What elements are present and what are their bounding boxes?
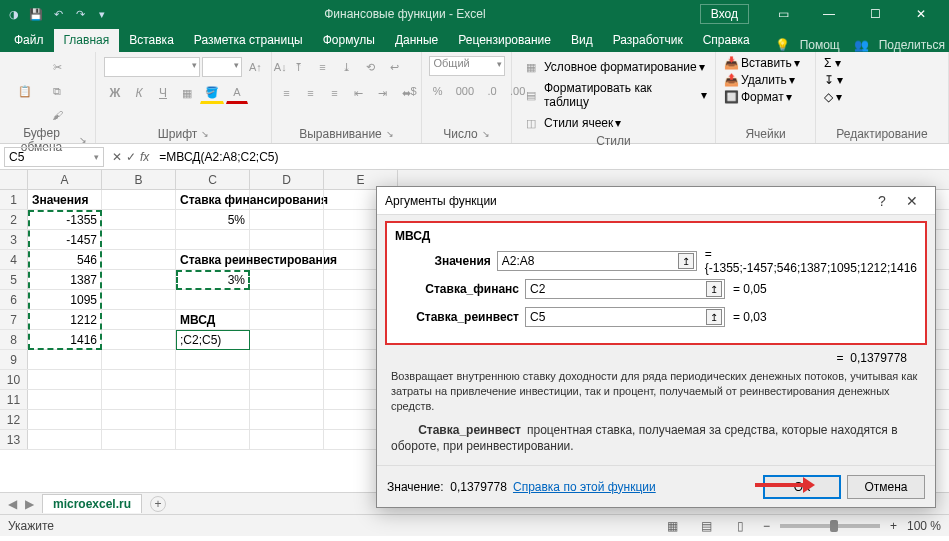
cell[interactable] — [102, 330, 176, 349]
align-middle-button[interactable]: ≡ — [312, 56, 334, 78]
login-button[interactable]: Вход — [700, 4, 749, 24]
cell[interactable] — [102, 210, 176, 229]
grow-font-button[interactable]: A↑ — [244, 56, 267, 78]
autosave-toggle[interactable]: ◑ — [6, 6, 22, 22]
zoom-slider[interactable] — [780, 524, 880, 528]
tab-layout[interactable]: Разметка страницы — [184, 29, 313, 52]
cell[interactable]: 1416 — [28, 330, 102, 349]
align-right-button[interactable]: ≡ — [324, 82, 346, 104]
tab-insert[interactable]: Вставка — [119, 29, 184, 52]
clear-button[interactable]: ◇ ▾ — [824, 90, 842, 104]
font-color-button[interactable]: A — [226, 82, 248, 104]
align-launcher-icon[interactable]: ↘ — [386, 129, 394, 139]
cond-format-button[interactable]: ▦Условное форматирование ▾ — [520, 56, 705, 78]
page-layout-view-button[interactable]: ▤ — [695, 517, 719, 535]
save-icon[interactable]: 💾 — [28, 6, 44, 22]
number-format-combo[interactable]: Общий — [429, 56, 505, 76]
function-help-link[interactable]: Справка по этой функции — [513, 480, 656, 494]
row-header[interactable]: 2 — [0, 210, 28, 229]
cancel-formula-button[interactable]: ✕ — [112, 150, 122, 164]
share-button[interactable]: 👥 Поделиться — [854, 38, 945, 52]
row-header[interactable]: 10 — [0, 370, 28, 389]
range-picker-icon[interactable]: ↥ — [706, 281, 722, 297]
font-launcher-icon[interactable]: ↘ — [201, 129, 209, 139]
close-button[interactable]: ✕ — [899, 0, 943, 28]
fill-color-button[interactable]: 🪣 — [200, 82, 224, 104]
indent-inc-button[interactable]: ⇥ — [372, 82, 394, 104]
indent-dec-button[interactable]: ⇤ — [348, 82, 370, 104]
row-header[interactable]: 8 — [0, 330, 28, 349]
tab-data[interactable]: Данные — [385, 29, 448, 52]
inc-decimal-button[interactable]: .0 — [481, 80, 503, 102]
dialog-help-button[interactable]: ? — [867, 193, 897, 209]
cell[interactable] — [102, 230, 176, 249]
fill-button[interactable]: ↧ ▾ — [824, 73, 843, 87]
cell[interactable] — [28, 390, 102, 409]
enter-formula-button[interactable]: ✓ — [126, 150, 136, 164]
align-top-button[interactable]: ⤒ — [288, 56, 310, 78]
cell[interactable]: Ставка финансирования — [176, 190, 250, 209]
row-header[interactable]: 12 — [0, 410, 28, 429]
cell[interactable] — [250, 290, 324, 309]
col-header-D[interactable]: D — [250, 170, 324, 189]
row-header[interactable]: 6 — [0, 290, 28, 309]
cell[interactable]: 546 — [28, 250, 102, 269]
copy-button[interactable]: ⧉ — [46, 80, 68, 102]
cell[interactable] — [250, 250, 324, 269]
range-picker-icon[interactable]: ↥ — [678, 253, 694, 269]
cut-button[interactable]: ✂ — [46, 56, 68, 78]
tab-review[interactable]: Рецензирование — [448, 29, 561, 52]
undo-icon[interactable]: ↶ — [50, 6, 66, 22]
cell[interactable]: 1212 — [28, 310, 102, 329]
cell[interactable] — [176, 230, 250, 249]
maximize-button[interactable]: ☐ — [853, 0, 897, 28]
select-all-button[interactable] — [0, 170, 28, 189]
paste-button[interactable]: 📋 — [8, 69, 42, 113]
wrap-text-button[interactable]: ↩ — [384, 56, 406, 78]
normal-view-button[interactable]: ▦ — [661, 517, 685, 535]
col-header-A[interactable]: A — [28, 170, 102, 189]
cell[interactable] — [176, 410, 250, 429]
number-launcher-icon[interactable]: ↘ — [482, 129, 490, 139]
format-table-button[interactable]: ▤Форматировать как таблицу ▾ — [520, 81, 707, 109]
ribbon-options-icon[interactable]: ▭ — [761, 0, 805, 28]
cell[interactable]: -1457 — [28, 230, 102, 249]
align-left-button[interactable]: ≡ — [276, 82, 298, 104]
tab-formulas[interactable]: Формулы — [313, 29, 385, 52]
autosum-button[interactable]: Σ ▾ — [824, 56, 841, 70]
tab-developer[interactable]: Разработчик — [603, 29, 693, 52]
align-center-button[interactable]: ≡ — [300, 82, 322, 104]
row-header[interactable]: 1 — [0, 190, 28, 209]
tab-help[interactable]: Справка — [693, 29, 760, 52]
zoom-out-button[interactable]: − — [763, 519, 770, 533]
cell[interactable] — [102, 290, 176, 309]
tab-file[interactable]: Файл — [4, 29, 54, 52]
cell[interactable] — [102, 350, 176, 369]
font-size-combo[interactable] — [202, 57, 242, 77]
arg-input-values[interactable]: A2:A8↥ — [497, 251, 697, 271]
cell[interactable] — [102, 250, 176, 269]
formula-input[interactable]: =МВСД(A2:A8;C2;C5) — [153, 150, 949, 164]
cell[interactable] — [176, 370, 250, 389]
cell[interactable]: МВСД — [176, 310, 250, 329]
cell[interactable] — [28, 350, 102, 369]
qat-customize-icon[interactable]: ▾ — [94, 6, 110, 22]
cell[interactable] — [176, 430, 250, 449]
cell[interactable] — [250, 390, 324, 409]
tab-view[interactable]: Вид — [561, 29, 603, 52]
cell-styles-button[interactable]: ◫Стили ячеек ▾ — [520, 112, 621, 134]
bold-button[interactable]: Ж — [104, 82, 126, 104]
cell[interactable] — [250, 210, 324, 229]
cell[interactable] — [102, 390, 176, 409]
italic-button[interactable]: К — [128, 82, 150, 104]
cell[interactable]: 5% — [176, 210, 250, 229]
format-cells-button[interactable]: 🔲 Формат ▾ — [724, 90, 792, 104]
cell[interactable] — [28, 370, 102, 389]
cell[interactable] — [250, 430, 324, 449]
minimize-button[interactable]: — — [807, 0, 851, 28]
cell[interactable]: 1387 — [28, 270, 102, 289]
cell[interactable] — [250, 190, 324, 209]
border-button[interactable]: ▦ — [176, 82, 198, 104]
page-break-view-button[interactable]: ▯ — [729, 517, 753, 535]
format-painter-button[interactable]: 🖌 — [46, 104, 68, 126]
